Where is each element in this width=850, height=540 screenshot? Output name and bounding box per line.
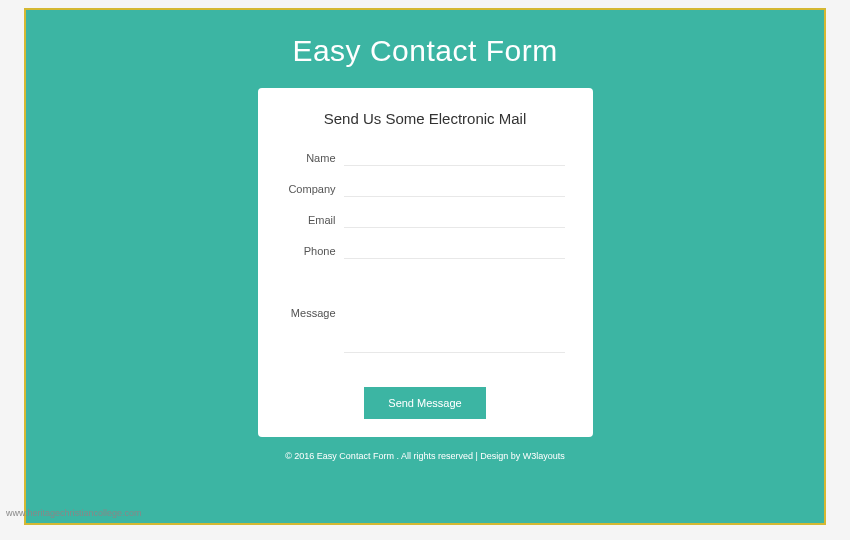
submit-wrap: Send Message xyxy=(286,387,565,419)
form-row-email: Email xyxy=(286,211,565,228)
phone-input[interactable] xyxy=(344,242,565,259)
footer-text: © 2016 Easy Contact Form . All rights re… xyxy=(285,451,565,461)
form-heading: Send Us Some Electronic Mail xyxy=(286,110,565,127)
phone-label: Phone xyxy=(286,245,344,257)
message-label: Message xyxy=(286,307,344,319)
form-row-message: Message xyxy=(286,273,565,353)
watermark-text: www.heritagechristiancollege.com xyxy=(6,508,142,518)
email-input[interactable] xyxy=(344,211,565,228)
form-row-name: Name xyxy=(286,149,565,166)
name-label: Name xyxy=(286,152,344,164)
company-input[interactable] xyxy=(344,180,565,197)
send-message-button[interactable]: Send Message xyxy=(364,387,485,419)
form-row-company: Company xyxy=(286,180,565,197)
message-input[interactable] xyxy=(344,273,565,353)
email-label: Email xyxy=(286,214,344,226)
form-row-phone: Phone xyxy=(286,242,565,259)
contact-form-card: Send Us Some Electronic Mail Name Compan… xyxy=(258,88,593,437)
company-label: Company xyxy=(286,183,344,195)
page-frame: Easy Contact Form Send Us Some Electroni… xyxy=(24,8,826,525)
name-input[interactable] xyxy=(344,149,565,166)
page-title: Easy Contact Form xyxy=(292,34,557,68)
